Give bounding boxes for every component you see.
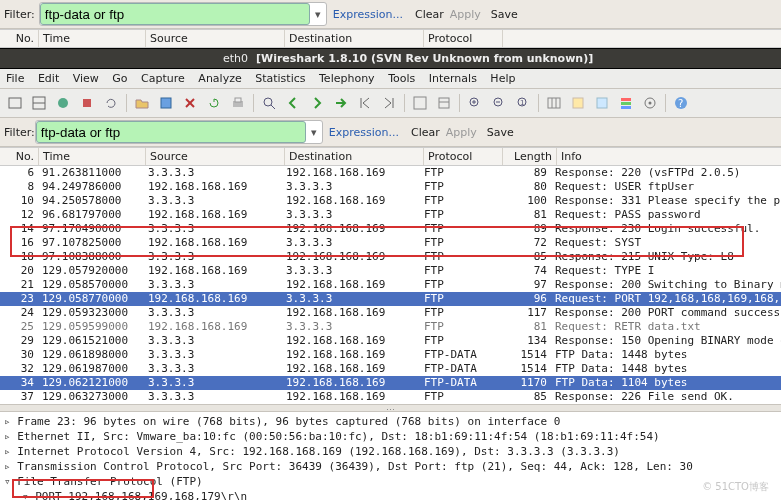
tree-frame[interactable]: Frame 23: 96 bytes on wire (768 bits), 9…: [4, 414, 777, 429]
svg-text:1: 1: [520, 99, 524, 107]
col-source[interactable]: Source: [146, 30, 285, 47]
table-row[interactable]: 894.249786000192.168.168.1693.3.3.3FTP80…: [0, 180, 781, 194]
col-no[interactable]: No.: [0, 30, 39, 47]
table-row[interactable]: 1897.1083880003.3.3.3192.168.168.169FTP8…: [0, 250, 781, 264]
apply-button-inner[interactable]: Apply: [446, 126, 477, 139]
goto-first-icon[interactable]: [354, 92, 376, 114]
open-icon[interactable]: [131, 92, 153, 114]
svg-rect-22: [548, 98, 560, 108]
filter-dropdown-icon-inner[interactable]: ▾: [306, 126, 322, 139]
stop-capture-icon[interactable]: [76, 92, 98, 114]
help-icon[interactable]: ?: [670, 92, 692, 114]
svg-point-31: [649, 102, 652, 105]
autoscroll-icon[interactable]: [433, 92, 455, 114]
menu-view[interactable]: View: [73, 72, 99, 85]
table-row[interactable]: 29129.0615210003.3.3.3192.168.168.169FTP…: [0, 334, 781, 348]
table-row[interactable]: 1094.2505780003.3.3.3192.168.168.169FTP1…: [0, 194, 781, 208]
packet-list-header: No. Time Source Destination Protocol Len…: [0, 147, 781, 166]
table-row[interactable]: 30129.0618980003.3.3.3192.168.168.169FTP…: [0, 348, 781, 362]
save-button-inner[interactable]: Save: [487, 126, 514, 139]
resize-cols-icon[interactable]: [543, 92, 565, 114]
table-row[interactable]: 1697.107825000192.168.168.1693.3.3.3FTP7…: [0, 236, 781, 250]
menu-internals[interactable]: Internals: [429, 72, 477, 85]
interfaces-icon[interactable]: [4, 92, 26, 114]
col-time[interactable]: Time: [39, 30, 146, 47]
hdr-length[interactable]: Length: [503, 148, 557, 165]
hdr-destination[interactable]: Destination: [285, 148, 424, 165]
restart-icon[interactable]: [100, 92, 122, 114]
table-row[interactable]: 20129.057920000192.168.168.1693.3.3.3FTP…: [0, 264, 781, 278]
inner-filter-bar: Filter: ▾ Expression... Clear Apply Save: [0, 118, 781, 147]
filter-label: Filter:: [4, 8, 35, 21]
display-filters-icon[interactable]: [591, 92, 613, 114]
close-icon[interactable]: [179, 92, 201, 114]
filter-input[interactable]: [40, 3, 310, 25]
print-icon[interactable]: [227, 92, 249, 114]
table-row[interactable]: 1497.1704900003.3.3.3192.168.168.169FTP8…: [0, 222, 781, 236]
tree-eth[interactable]: Ethernet II, Src: Vmware_ba:10:fc (00:50…: [4, 429, 777, 444]
toolbar: 1 ?: [0, 89, 781, 118]
table-row[interactable]: 37129.0632730003.3.3.3192.168.168.169FTP…: [0, 390, 781, 404]
expression-link[interactable]: Expression...: [333, 8, 403, 21]
table-row[interactable]: 691.2638110003.3.3.3192.168.168.169FTP89…: [0, 166, 781, 180]
filter-dropdown-icon[interactable]: ▾: [310, 8, 326, 21]
filter-label-inner: Filter:: [4, 126, 35, 139]
colorize-icon[interactable]: [409, 92, 431, 114]
outer-filter-bar: Filter: ▾ Expression... Clear Apply Save: [0, 0, 781, 29]
menu-capture[interactable]: Capture: [141, 72, 185, 85]
menu-edit[interactable]: Edit: [38, 72, 59, 85]
tree-ftp[interactable]: File Transfer Protocol (FTP): [4, 474, 777, 489]
hdr-protocol[interactable]: Protocol: [424, 148, 503, 165]
forward-icon[interactable]: [306, 92, 328, 114]
menu-go[interactable]: Go: [112, 72, 127, 85]
capture-filters-icon[interactable]: [567, 92, 589, 114]
tree-ip[interactable]: Internet Protocol Version 4, Src: 192.16…: [4, 444, 777, 459]
hdr-info[interactable]: Info: [557, 148, 781, 165]
clear-button-inner[interactable]: Clear: [411, 126, 440, 139]
table-row[interactable]: 1296.681797000192.168.168.1693.3.3.3FTP8…: [0, 208, 781, 222]
zoom-out-icon[interactable]: [488, 92, 510, 114]
pane-splitter[interactable]: [0, 404, 781, 412]
hdr-time[interactable]: Time: [39, 148, 146, 165]
window-titlebar: eth0 [Wireshark 1.8.10 (SVN Rev Unknown …: [0, 48, 781, 69]
prefs-icon[interactable]: [639, 92, 661, 114]
filter-input-inner[interactable]: [36, 121, 306, 143]
hdr-no[interactable]: No.: [0, 148, 39, 165]
table-row[interactable]: 23129.058770000192.168.168.1693.3.3.3FTP…: [0, 292, 781, 306]
menu-file[interactable]: File: [6, 72, 24, 85]
table-row[interactable]: 32129.0619870003.3.3.3192.168.168.169FTP…: [0, 362, 781, 376]
apply-button[interactable]: Apply: [450, 8, 481, 21]
hdr-source[interactable]: Source: [146, 148, 285, 165]
table-row[interactable]: 34129.0621210003.3.3.3192.168.168.169FTP…: [0, 376, 781, 390]
table-row[interactable]: 24129.0593230003.3.3.3192.168.168.169FTP…: [0, 306, 781, 320]
table-row[interactable]: 21129.0585700003.3.3.3192.168.168.169FTP…: [0, 278, 781, 292]
goto-last-icon[interactable]: [378, 92, 400, 114]
save-button[interactable]: Save: [491, 8, 518, 21]
menu-telephony[interactable]: Telephony: [319, 72, 375, 85]
menubar: File Edit View Go Capture Analyze Statis…: [0, 69, 781, 89]
menu-help[interactable]: Help: [490, 72, 515, 85]
tree-port-line[interactable]: PORT 192,168,168,169,168,179\r\n: [4, 489, 777, 500]
packet-list-pane[interactable]: 691.2638110003.3.3.3192.168.168.169FTP89…: [0, 166, 781, 404]
outer-column-header: No. Time Source Destination Protocol: [0, 29, 781, 48]
find-icon[interactable]: [258, 92, 280, 114]
menu-statistics[interactable]: Statistics: [255, 72, 305, 85]
col-destination[interactable]: Destination: [285, 30, 424, 47]
expression-link-inner[interactable]: Expression...: [329, 126, 399, 139]
table-row[interactable]: 25129.059599000192.168.168.1693.3.3.3FTP…: [0, 320, 781, 334]
col-protocol[interactable]: Protocol: [424, 30, 503, 47]
zoom-reset-icon[interactable]: 1: [512, 92, 534, 114]
coloring-rules-icon[interactable]: [615, 92, 637, 114]
clear-button[interactable]: Clear: [415, 8, 444, 21]
packet-details-pane[interactable]: Frame 23: 96 bytes on wire (768 bits), 9…: [0, 412, 781, 500]
menu-analyze[interactable]: Analyze: [198, 72, 241, 85]
zoom-in-icon[interactable]: [464, 92, 486, 114]
goto-icon[interactable]: [330, 92, 352, 114]
back-icon[interactable]: [282, 92, 304, 114]
options-icon[interactable]: [28, 92, 50, 114]
tree-tcp[interactable]: Transmission Control Protocol, Src Port:…: [4, 459, 777, 474]
menu-tools[interactable]: Tools: [388, 72, 415, 85]
save-icon[interactable]: [155, 92, 177, 114]
reload-icon[interactable]: [203, 92, 225, 114]
start-capture-icon[interactable]: [52, 92, 74, 114]
